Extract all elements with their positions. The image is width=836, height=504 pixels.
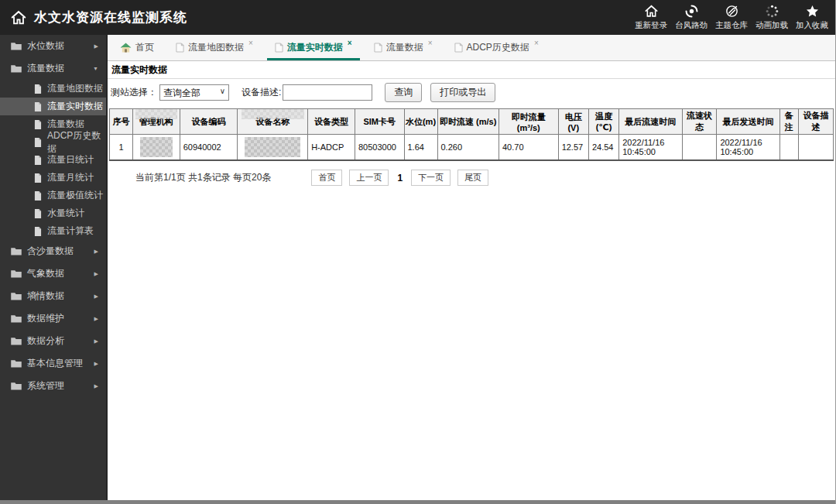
topbar-action-label: 台风路劲 [675, 20, 708, 31]
folder-icon [11, 359, 22, 368]
footer-strip [0, 500, 835, 504]
table-cell [799, 135, 834, 161]
redaction-mosaic [242, 109, 304, 119]
tab-4[interactable]: ADCP历史数据× [447, 35, 546, 60]
sidebar-subitem[interactable]: 流量计算表 [0, 222, 106, 240]
column-header: 流速状态 [682, 109, 717, 135]
column-header: 序号 [110, 109, 133, 135]
table-cell: 0.260 [437, 135, 499, 161]
sidebar-subitem-label: 流量极值统计 [47, 189, 103, 202]
topbar-actions: 重新登录台风路劲主题仓库动画加载加入收藏 [631, 4, 835, 31]
page-icon [275, 43, 283, 53]
sidebar-subitem[interactable]: 水量统计 [0, 204, 106, 222]
sidebar-subitem-label: 流量实时数据 [47, 100, 103, 113]
sidebar-subitem-label: 流量月统计 [47, 171, 94, 184]
topbar-action-loading[interactable]: 动画加载 [752, 4, 792, 31]
page-icon [374, 43, 382, 53]
file-icon [34, 138, 42, 147]
page-icon [176, 43, 184, 53]
sidebar-subitem-label: 水量统计 [47, 207, 84, 220]
home-icon [10, 9, 27, 26]
sidebar-group[interactable]: 流量数据▼ [0, 57, 106, 80]
table-cell: 60940002 [180, 135, 238, 161]
table-cell: 2022/11/16 10:45:00 [619, 135, 682, 161]
table-cell: H-ADCP [308, 135, 355, 161]
topbar-action-star[interactable]: 加入收藏 [792, 4, 832, 31]
table-cell [238, 135, 308, 161]
folder-icon [11, 269, 22, 278]
topbar-action-typhoon[interactable]: 台风路劲 [671, 4, 711, 31]
tab-close-icon[interactable]: × [348, 39, 352, 47]
sidebar-subitem[interactable]: 流量极值统计 [0, 187, 106, 204]
column-header: 温度(℃) [588, 109, 618, 135]
tab-label: ADCP历史数据 [467, 41, 529, 54]
device-desc-input[interactable] [283, 84, 372, 101]
tab-0[interactable]: 首页 [112, 35, 162, 60]
sidebar-group[interactable]: 气象数据▶ [0, 262, 106, 285]
pagination-button[interactable]: 首页 [311, 170, 342, 186]
column-header: 水位(m) [404, 109, 437, 135]
print-export-button[interactable]: 打印或导出 [430, 83, 495, 102]
sidebar-subitem[interactable]: ADCP历史数据 [0, 133, 106, 151]
station-select[interactable]: 查询全部 [159, 84, 229, 101]
column-header: 设备描述 [799, 109, 834, 135]
table-row: 160940002H-ADCP805030001.640.26040.7012.… [110, 135, 834, 161]
folder-icon [11, 292, 22, 300]
tab-active[interactable]: 流量实时数据× [267, 35, 360, 60]
file-icon [34, 209, 42, 218]
sidebar-group[interactable]: 含沙量数据▶ [0, 240, 106, 262]
redaction-mosaic [135, 109, 177, 119]
table-cell [132, 135, 180, 161]
pagination-button[interactable]: 尾页 [457, 170, 488, 186]
chevron-right-icon: ▶ [94, 361, 98, 367]
sidebar-group[interactable]: 水位数据▶ [0, 35, 106, 57]
sidebar-subitem-active[interactable]: 流量实时数据 [0, 98, 106, 115]
tab-label: 首页 [135, 41, 154, 54]
search-button[interactable]: 查询 [385, 83, 422, 102]
tab-close-icon[interactable]: × [428, 39, 433, 47]
tab-1[interactable]: 流量地图数据× [168, 35, 261, 60]
column-header: 设备类型 [308, 109, 355, 135]
table-cell [779, 135, 798, 161]
loading-icon [765, 4, 779, 19]
main-content: 首页流量地图数据×流量实时数据×流量数据×ADCP历史数据× 流量实时数据 测站… [106, 35, 835, 500]
sidebar-group-label: 含沙量数据 [27, 245, 94, 258]
folder-icon [11, 382, 22, 390]
tab-close-icon[interactable]: × [534, 39, 539, 47]
sidebar-subitem[interactable]: 流量日统计 [0, 151, 106, 169]
topbar-action-theme[interactable]: 主题仓库 [711, 4, 752, 31]
table-body: 160940002H-ADCP805030001.640.26040.7012.… [110, 135, 834, 161]
sidebar-group[interactable]: 数据维护▶ [0, 307, 106, 330]
column-header: 即时流量(m³/s) [499, 109, 558, 135]
sidebar-subitem-label: 流量日统计 [47, 153, 94, 166]
table-cell [682, 135, 717, 161]
sidebar-group[interactable]: 数据分析▶ [0, 330, 106, 352]
column-header: SIM卡号 [355, 109, 404, 135]
sidebar-group-label: 水位数据 [27, 39, 94, 53]
query-toolbar: 测站选择： 查询全部 ∨ 设备描述: 查询 打印或导出 [108, 79, 835, 107]
tab-label: 流量数据 [386, 41, 423, 54]
tab-close-icon[interactable]: × [248, 39, 253, 47]
sidebar-subitem[interactable]: 流量地图数据 [0, 80, 106, 98]
pagination-button[interactable]: 上一页 [349, 170, 389, 186]
tab-3[interactable]: 流量数据× [366, 35, 440, 60]
folder-icon [11, 42, 22, 50]
pagination-summary: 当前第1/1页 共1条记录 每页20条 [135, 171, 271, 184]
top-header-bar: 水文水资源在线监测系统 重新登录台风路劲主题仓库动画加载加入收藏 [0, 0, 835, 35]
topbar-action-home[interactable]: 重新登录 [631, 4, 671, 31]
sidebar-group[interactable]: 基本信息管理▶ [0, 352, 106, 375]
sidebar-group[interactable]: 系统管理▶ [0, 375, 106, 397]
file-icon [34, 191, 42, 201]
sidebar-group[interactable]: 墒情数据▶ [0, 285, 106, 307]
chevron-right-icon: ▶ [94, 249, 98, 255]
home-icon [644, 4, 659, 19]
star-icon [805, 4, 820, 19]
sidebar-nav: 水位数据▶流量数据▼流量地图数据流量实时数据流量数据ADCP历史数据流量日统计流… [0, 35, 106, 500]
pagination-button[interactable]: 下一页 [411, 170, 451, 186]
table-cell: 40.70 [499, 135, 558, 161]
home-colored-icon [120, 43, 132, 53]
sidebar-subitem[interactable]: 流量月统计 [0, 169, 106, 187]
chevron-right-icon: ▶ [94, 383, 98, 389]
tab-label: 流量地图数据 [188, 41, 244, 54]
table-cell: 2022/11/16 10:45:00 [717, 135, 779, 161]
